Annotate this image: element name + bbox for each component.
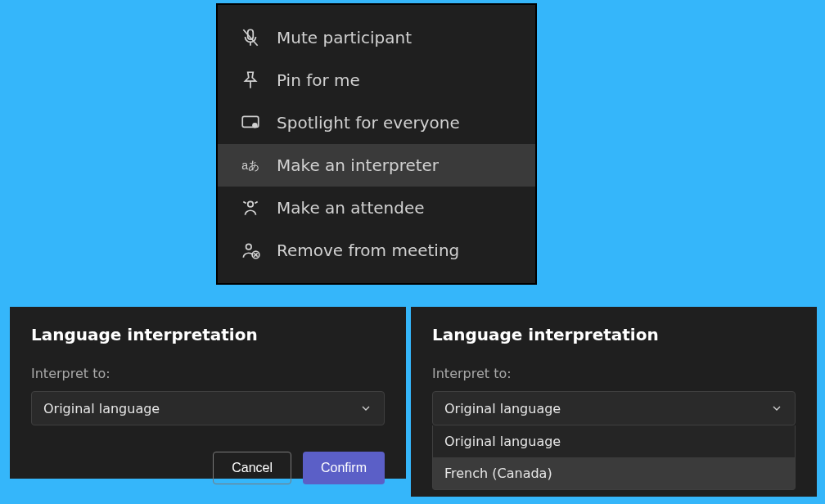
menu-item-label: Make an interpreter	[277, 155, 439, 175]
svg-point-6	[248, 201, 254, 207]
menu-item-spotlight-for-everyone[interactable]: Spotlight for everyone	[218, 101, 535, 144]
language-interpretation-dialog-open: Language interpretation Interpret to: Or…	[411, 307, 817, 497]
spotlight-icon	[239, 111, 262, 134]
participant-context-menu: Mute participant Pin for me Spotlight fo…	[216, 3, 537, 285]
interpret-to-dropdown: Original language French (Canada)	[432, 425, 796, 490]
language-interpretation-dialog: Language interpretation Interpret to: Or…	[10, 307, 406, 479]
menu-item-label: Mute participant	[277, 28, 412, 47]
dialog-title: Language interpretation	[432, 325, 796, 344]
cancel-button[interactable]: Cancel	[213, 452, 291, 484]
chevron-down-icon	[359, 402, 372, 415]
interpret-to-select[interactable]: Original language	[31, 391, 385, 425]
interpret-to-label: Interpret to:	[432, 366, 796, 381]
dialog-title: Language interpretation	[31, 325, 385, 344]
dropdown-option-french-canada[interactable]: French (Canada)	[433, 457, 795, 489]
confirm-button[interactable]: Confirm	[303, 452, 385, 484]
dropdown-option-original-language[interactable]: Original language	[433, 425, 795, 457]
interpret-to-select[interactable]: Original language	[432, 391, 796, 425]
chevron-down-icon	[770, 402, 783, 415]
menu-item-label: Make an attendee	[277, 198, 425, 218]
select-value: Original language	[43, 401, 160, 416]
remove-person-icon	[239, 239, 262, 262]
attendee-icon	[239, 196, 262, 219]
translate-icon: aあ	[239, 154, 262, 177]
dialog-button-row: Cancel Confirm	[31, 452, 385, 484]
mic-off-icon	[239, 26, 262, 49]
select-value: Original language	[444, 401, 561, 416]
pin-icon	[239, 69, 262, 92]
menu-item-make-interpreter[interactable]: aあ Make an interpreter	[218, 144, 535, 187]
svg-point-4	[252, 123, 258, 128]
menu-item-pin-for-me[interactable]: Pin for me	[218, 59, 535, 101]
interpret-to-label: Interpret to:	[31, 366, 385, 381]
svg-point-7	[246, 244, 252, 250]
menu-item-make-attendee[interactable]: Make an attendee	[218, 187, 535, 229]
menu-item-label: Spotlight for everyone	[277, 113, 460, 133]
svg-text:aあ: aあ	[241, 159, 259, 172]
menu-item-remove-from-meeting[interactable]: Remove from meeting	[218, 229, 535, 272]
menu-item-mute-participant[interactable]: Mute participant	[218, 16, 535, 59]
menu-item-label: Remove from meeting	[277, 241, 459, 260]
menu-item-label: Pin for me	[277, 70, 360, 90]
